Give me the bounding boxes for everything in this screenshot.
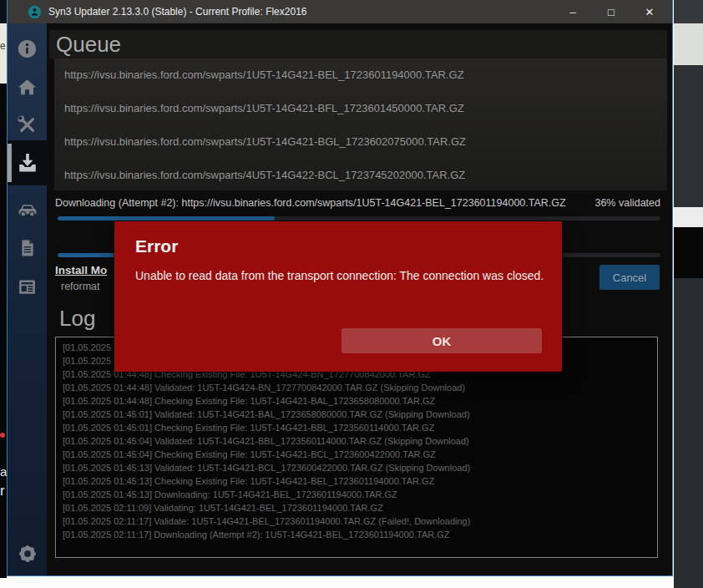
tools-icon: [17, 114, 38, 135]
log-heading: Log: [59, 306, 95, 332]
background-window-sliver: [0, 84, 7, 578]
log-entry: [01.05.2025 01:45:01] Validated: 1U5T-14…: [63, 408, 650, 421]
news-icon: [17, 276, 38, 297]
background-window-sliver: [0, 0, 7, 23]
app-window: Syn3 Updater 2.13.3.0 (Stable) - Current…: [7, 0, 673, 576]
file-progress-fill: [58, 216, 275, 220]
log-entry: [01.05.2025 01:45:01] Checking Existing …: [63, 421, 650, 434]
download-queue-list: https://ivsu.binaries.ford.com/swparts/1…: [54, 58, 667, 190]
background-window-sliver: [674, 278, 703, 588]
sidebar-item-downloads[interactable]: [8, 140, 47, 185]
sidebar-item-settings[interactable]: [8, 535, 47, 573]
gear-icon: [17, 543, 38, 565]
screen: e a r Syn3 Updater 2.13.3.0 (Stable) - C…: [0, 0, 703, 588]
background-window-sliver: [674, 227, 703, 278]
background-window-sliver: [674, 0, 703, 23]
install-mode-label: Install Mo: [55, 264, 107, 276]
download-status-text: Downloading (Attempt #2): https://ivsu.b…: [55, 197, 566, 209]
background-window-sliver: [674, 207, 703, 227]
error-dialog-title: Error: [135, 236, 178, 256]
log-entry: [01.05.2025 01:45:04] Checking Existing …: [63, 448, 650, 461]
sidebar-item-document[interactable]: [8, 229, 47, 267]
log-entry: [01.05.2025 02:11:17] Validate: 1U5T-14G…: [63, 514, 650, 528]
desktop-strip: [0, 578, 674, 588]
document-icon: [18, 238, 38, 258]
car-icon: [17, 199, 38, 220]
sidebar: [8, 23, 47, 575]
ok-button[interactable]: OK: [341, 328, 542, 353]
install-mode-value: reformat: [61, 281, 100, 292]
title-bar: Syn3 Updater 2.13.3.0 (Stable) - Current…: [8, 0, 672, 23]
maximize-button[interactable]: □: [592, 0, 630, 23]
file-progress-bar: [58, 216, 660, 220]
download-icon: [17, 152, 38, 174]
window-title: Syn3 Updater 2.13.3.0 (Stable) - Current…: [48, 6, 307, 18]
queue-item[interactable]: https://ivsu.binaries.ford.com/swparts/4…: [54, 159, 667, 190]
info-icon: [17, 38, 38, 59]
queue-heading: Queue: [49, 30, 667, 58]
queue-item[interactable]: https://ivsu.binaries.ford.com/swparts/1…: [54, 125, 667, 159]
log-entry: [01.05.2025 02:11:17] Downloading (Attem…: [63, 528, 650, 541]
background-window-sliver: [674, 65, 703, 207]
cancel-button[interactable]: Cancel: [599, 265, 660, 290]
background-window-sliver: [674, 23, 703, 65]
log-entry: [01.05.2025 01:45:13] Checking Existing …: [63, 474, 650, 488]
log-entry: [01.05.2025 01:45:13] Validated: 1U5T-14…: [63, 461, 650, 474]
close-button[interactable]: ✕: [630, 0, 669, 23]
error-dialog-message: Unable to read data from the transport c…: [135, 269, 544, 282]
download-status-row: Downloading (Attempt #2): https://ivsu.b…: [55, 197, 667, 210]
log-entry: [01.05.2025 01:44:48] Checking Existing …: [63, 394, 650, 408]
queue-item[interactable]: https://ivsu.binaries.ford.com/swparts/1…: [54, 92, 667, 125]
log-entry: [01.05.2025 01:45:13] Downloading: 1U5T-…: [63, 488, 650, 501]
sidebar-item-utilities[interactable]: [8, 105, 47, 144]
background-text-fragment: r: [0, 483, 5, 499]
app-logo-icon: [28, 5, 42, 19]
log-entry: [01.05.2025 01:44:48] Validated: 1U5T-14…: [63, 381, 650, 394]
home-icon: [17, 77, 38, 98]
queue-item[interactable]: https://ivsu.binaries.ford.com/swparts/1…: [54, 58, 667, 92]
sidebar-scroll-indicator: [8, 144, 12, 182]
sidebar-item-home[interactable]: [8, 68, 47, 106]
log-entry: [01.05.2025 02:11:09] Validating: 1U5T-1…: [63, 501, 650, 514]
window-controls: – □ ✕: [554, 0, 669, 23]
sidebar-item-about[interactable]: [8, 29, 47, 68]
sidebar-item-vehicle[interactable]: [8, 190, 47, 229]
background-red-dot: [0, 433, 5, 438]
validated-percent-label: 36% validated: [594, 197, 660, 209]
error-dialog: Error Unable to read data from the trans…: [114, 221, 562, 372]
log-entry: [01.05.2025 01:45:04] Validated: 1U5T-14…: [63, 434, 650, 448]
minimize-button[interactable]: –: [554, 0, 592, 23]
sidebar-item-news[interactable]: [8, 267, 47, 306]
